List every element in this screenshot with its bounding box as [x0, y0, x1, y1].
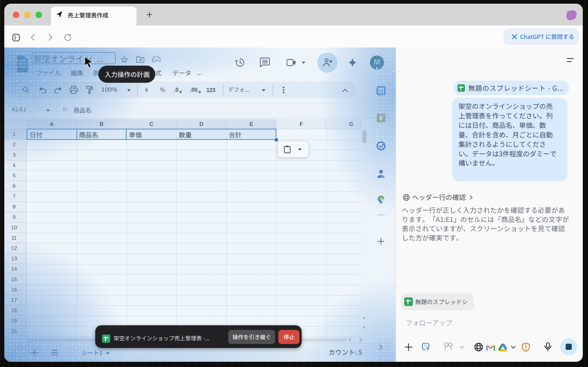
svg-text:31: 31 — [379, 89, 383, 94]
